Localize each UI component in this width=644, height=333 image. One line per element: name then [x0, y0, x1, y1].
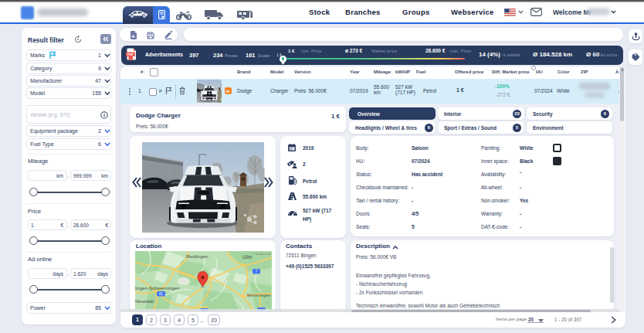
svg-text:PDF: PDF [127, 53, 134, 56]
